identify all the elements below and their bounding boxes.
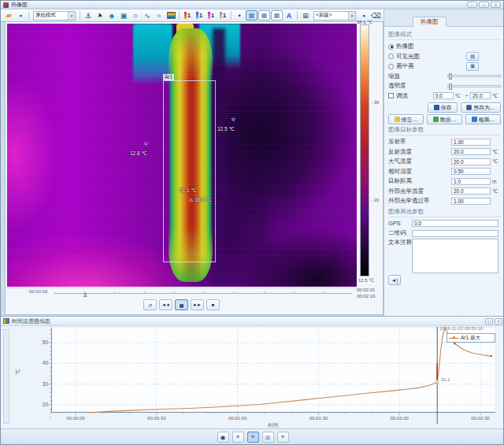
sidebar-tabbar: 热像图 [384, 9, 504, 27]
pause-button[interactable]: ▮▮ [175, 299, 188, 310]
param-row-4: 相对湿度 [388, 167, 501, 177]
minimize-button[interactable]: – [467, 2, 477, 8]
report-icon [395, 117, 400, 122]
svg-text:40: 40 [43, 360, 49, 365]
open-folder-icon[interactable]: ▰ [3, 10, 14, 20]
display-mode-select-value: 原始模式 [35, 12, 68, 19]
chart-maximize-button[interactable]: □ [485, 318, 493, 324]
timeline-start: 00:00:00 [29, 289, 47, 294]
radio-visible-icon[interactable] [388, 54, 394, 59]
temp-range-label: 调温 [396, 92, 433, 100]
measurement-area-ar1[interactable] [163, 80, 216, 262]
anchor-icon[interactable]: ⚓ [83, 10, 94, 20]
hot-rod [169, 28, 213, 282]
qr-label: 二维码 [388, 229, 412, 237]
param-input[interactable] [451, 178, 491, 185]
save-button[interactable]: 保存 [428, 102, 458, 113]
time-temperature-chart[interactable]: 2030405000:00:0000:00:3000:01:0000:01:30… [10, 324, 504, 429]
zoom-slider-thumb[interactable] [449, 73, 452, 80]
ellipse-tool-icon[interactable]: ○ [130, 10, 141, 20]
param-input[interactable] [451, 198, 491, 205]
speaker-button[interactable]: ◄) [388, 275, 401, 285]
tab-thermal-image[interactable]: 热像图 [413, 17, 447, 27]
visible-image-button[interactable]: ▤ [466, 52, 479, 61]
legend-line-icon [449, 338, 459, 339]
area-label: Ar1 [163, 74, 174, 80]
radio-pip-icon[interactable] [388, 64, 394, 69]
zoom-slider-row: 缩放 [388, 72, 501, 82]
save-file-icon[interactable]: ▪ [15, 10, 26, 20]
param-input[interactable] [451, 168, 491, 175]
temp-range-checkbox[interactable] [388, 93, 394, 98]
svg-text:50: 50 [43, 339, 49, 345]
timeline-track[interactable] [54, 291, 352, 294]
app-icon [3, 2, 9, 8]
opacity-slider[interactable] [447, 85, 502, 87]
add-cursor-button[interactable]: ⌖ [232, 432, 244, 443]
note-textarea[interactable] [412, 239, 498, 273]
range-min-input[interactable] [433, 92, 454, 99]
param-label: 相对湿度 [388, 168, 451, 176]
param-input[interactable] [451, 187, 491, 195]
range-max-input[interactable] [470, 92, 491, 99]
close-button[interactable]: × [491, 2, 501, 8]
time-total: 00:02:10 [357, 294, 375, 299]
spot-marker-icon[interactable]: • [234, 10, 245, 20]
param-unit: ℃ [492, 188, 501, 195]
replay-button[interactable]: ↺ [143, 299, 157, 310]
cold-spot-marker-right: ▼ [231, 117, 236, 122]
report-button[interactable]: 报告… [388, 114, 424, 124]
playhead-anchor-icon[interactable]: ⚓ [83, 291, 87, 299]
opacity-slider-thumb[interactable] [449, 83, 452, 90]
cursor-spot-value: 31.1 ℃ [180, 187, 197, 193]
thermal-canvas[interactable]: Ar1 ▼ 12.8 ℃ ▼ 12.5 ℃ 31.1 ℃ ▲ 38.1 ℃ [7, 24, 357, 287]
chart-close-button[interactable]: × [495, 318, 502, 324]
thermal-view-icon[interactable]: ▦ [246, 10, 258, 20]
gps-input[interactable] [412, 220, 498, 227]
zoom-slider[interactable] [447, 75, 502, 77]
save-as-button[interactable]: 另存为… [461, 102, 501, 113]
chart-side-splitter[interactable] [3, 329, 9, 424]
area-tool-icon[interactable]: ▣ [118, 10, 129, 20]
curve-tool-icon[interactable]: ∿ [142, 10, 153, 20]
radio-row-pip[interactable]: 画中画 ▣ [388, 61, 501, 72]
gallery-view-icon[interactable]: ▦ [271, 10, 283, 20]
isotherm-below-icon[interactable]: 1 [194, 10, 205, 20]
step-back-button[interactable]: ◄◄ [159, 299, 172, 310]
palette-select[interactable]: <新建>▾ [313, 11, 356, 20]
param-input[interactable] [451, 139, 491, 146]
svg-text:00:00:00: 00:00:00 [66, 416, 85, 421]
stop-button[interactable]: ■ [206, 299, 220, 310]
pip-image-button[interactable]: ▣ [466, 62, 479, 71]
isotherm-above-icon[interactable]: 1 [182, 10, 193, 20]
move-tool-icon[interactable]: ◈ [106, 10, 117, 20]
text-annotation-icon[interactable]: A [284, 10, 295, 20]
polyline-tool-icon[interactable]: ≈ [154, 10, 165, 20]
palette-icon[interactable] [165, 10, 176, 20]
isotherm-interval-icon[interactable]: 1 [206, 10, 217, 20]
data-button[interactable]: 数据… [427, 114, 462, 124]
svg-text:时间: 时间 [269, 422, 279, 428]
show-curve-button[interactable]: ◉ [217, 432, 229, 443]
note-label: 文本注释 [388, 239, 412, 247]
radio-row-thermal[interactable]: 热像图 [388, 42, 501, 52]
cold-spot-value-left: 12.8 ℃ [130, 150, 147, 156]
show-points-button[interactable]: ◎ [262, 432, 274, 443]
param-input[interactable] [451, 158, 491, 165]
qr-input[interactable] [412, 230, 498, 237]
grid-view-icon[interactable]: ⊞ [300, 10, 311, 20]
maximize-button[interactable]: □ [479, 2, 489, 8]
step-forward-button[interactable]: ►► [191, 299, 204, 310]
video-button[interactable]: 视频… [465, 114, 501, 124]
param-input[interactable] [451, 148, 491, 155]
radio-thermal-icon[interactable] [388, 44, 394, 50]
transport-controls: ↺◄◄▮▮►►■ [6, 299, 357, 310]
range-cursor-button[interactable]: ⌖ [277, 432, 289, 443]
isotherm-off-icon[interactable]: 1 [217, 10, 228, 20]
cursor-mode-button[interactable]: ⌖ [247, 432, 259, 443]
visible-view-icon[interactable]: ▦ [258, 10, 270, 20]
display-mode-select[interactable]: 原始模式▾ [33, 11, 76, 20]
data-icon [433, 117, 439, 122]
cursor-tool-icon[interactable]: ➤ [94, 9, 106, 22]
radio-row-visible[interactable]: 可见光图 ▤ [388, 52, 501, 62]
